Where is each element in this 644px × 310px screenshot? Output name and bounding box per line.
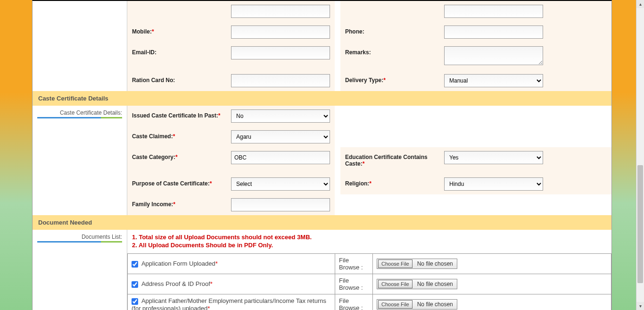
religion-select[interactable]: Hindu — [444, 177, 543, 191]
category-input — [231, 151, 330, 164]
delivery-label: Delivery Type:* — [340, 70, 439, 91]
choose-file-btn-1[interactable]: Choose File — [378, 260, 413, 268]
purpose-select[interactable]: Select — [231, 177, 330, 191]
doc-check-1[interactable] — [132, 261, 138, 268]
family-income-label: Family Income:* — [127, 194, 226, 215]
doc-section-header: Document Needed — [33, 215, 611, 230]
doc-side-label-col: Documents List: — [33, 230, 127, 310]
doc-check-3[interactable] — [132, 298, 138, 305]
caste-side-label-col: Caste Certificate Details: — [33, 106, 127, 215]
browse-label-1: File Browse : — [335, 254, 373, 274]
table-row: Application Form Uploaded* File Browse :… — [128, 254, 611, 274]
mobile-label: Mobile:* — [127, 22, 226, 42]
edu-select[interactable]: Yes — [444, 151, 543, 164]
category-label: Caste Category:* — [127, 147, 226, 174]
table-row: Applicant Father/Mother Employment parti… — [128, 294, 611, 310]
doc-section: Documents List: 1. Total size of all Upl… — [33, 230, 611, 310]
caste-section: Caste Certificate Details: Issued Caste … — [33, 106, 611, 215]
email-label: Email-ID: — [127, 42, 226, 70]
choose-file-btn-3[interactable]: Choose File — [378, 300, 413, 309]
choose-file-btn-2[interactable]: Choose File — [378, 280, 413, 288]
form-container: Mobile:* Phone: Email-ID: Remarks: Ratio… — [32, 0, 612, 310]
ration-input[interactable] — [231, 74, 330, 87]
religion-label: Religion:* — [340, 174, 439, 194]
doc-side-label: Documents List: — [82, 234, 122, 240]
browse-label-2: File Browse : — [335, 274, 373, 294]
applicant-side-spacer — [33, 1, 127, 91]
blank-label-1 — [127, 1, 226, 22]
purpose-label: Purpose of Caste Certificate:* — [127, 174, 226, 194]
email-input[interactable] — [231, 46, 330, 59]
caste-section-header: Caste Certificate Details — [33, 91, 611, 106]
ration-label: Ration Card No: — [127, 70, 226, 91]
applicant-details-partial: Mobile:* Phone: Email-ID: Remarks: Ratio… — [33, 1, 611, 91]
remarks-textarea[interactable] — [444, 46, 543, 65]
browse-label-3: File Browse : — [335, 294, 373, 310]
table-row: Address Proof & ID Proof* File Browse : … — [128, 274, 611, 294]
documents-table: Application Form Uploaded* File Browse :… — [127, 253, 611, 310]
family-income-input[interactable] — [231, 198, 330, 211]
unknown-input-left[interactable] — [231, 5, 330, 18]
claimed-label: Caste Claimed:* — [127, 126, 226, 147]
phone-label: Phone: — [340, 22, 439, 42]
edu-label: Education Certificate Contains Caste:* — [340, 147, 439, 174]
scroll-down-icon[interactable]: ▾ — [636, 302, 644, 310]
delivery-select[interactable]: Manual — [444, 74, 543, 87]
claimed-select[interactable]: Agaru — [231, 130, 330, 143]
file-input-1[interactable]: Choose FileNo file chosen — [377, 259, 457, 269]
remarks-label: Remarks: — [340, 42, 439, 70]
doc-check-2[interactable] — [132, 281, 138, 288]
blank-label-2 — [340, 1, 439, 22]
doc-note-1: 1. Total size of all Upload Documents sh… — [132, 234, 607, 241]
scroll-up-icon[interactable]: ▴ — [636, 0, 644, 8]
scrollbar[interactable]: ▴ ▾ — [636, 0, 644, 310]
doc-note-2: 2. All Upload Documents Should be in PDF… — [132, 242, 607, 249]
file-input-3[interactable]: Choose FileNo file chosen — [377, 299, 457, 310]
phone-input[interactable] — [444, 25, 543, 39]
file-input-2[interactable]: Choose FileNo file chosen — [377, 279, 457, 289]
doc-notes: 1. Total size of all Upload Documents sh… — [127, 230, 611, 251]
unknown-input-right[interactable] — [444, 5, 543, 18]
issued-select[interactable]: No — [231, 109, 330, 123]
mobile-input[interactable] — [231, 25, 330, 39]
issued-label: Issued Caste Certificate In Past:* — [127, 106, 226, 126]
caste-side-label: Caste Certificate Details: — [60, 109, 122, 116]
scroll-thumb[interactable] — [637, 165, 643, 283]
